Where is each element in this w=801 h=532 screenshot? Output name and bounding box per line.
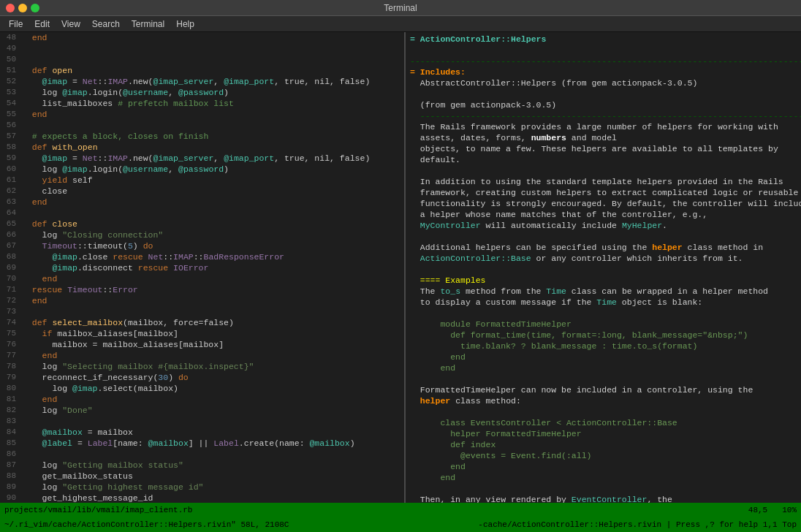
table-row: 58 def with_open <box>0 142 404 153</box>
table-row: 90 get_highest_message_id <box>0 493 404 503</box>
maximize-button[interactable] <box>31 4 39 12</box>
doc-status-right: -cache/ActionController::Helpers.rivin |… <box>400 520 797 529</box>
menu-file[interactable]: File <box>3 19 29 29</box>
table-row: 76 mailbox = mailbox_aliases[mailbox] <box>0 339 404 350</box>
doc-line <box>410 308 797 319</box>
doc-line <box>410 45 797 56</box>
doc-line: def index <box>410 439 797 450</box>
doc-line: to display a custom message if the Time … <box>410 297 797 308</box>
doc-line <box>410 88 797 99</box>
doc-line: framework, creating custom helpers to ex… <box>410 187 797 198</box>
table-row: 64 <box>0 208 404 218</box>
table-row: 66 log "Closing connection" <box>0 229 404 240</box>
table-row: 48 end <box>0 32 404 43</box>
table-row: 56 <box>0 120 404 131</box>
table-row: 79 reconnect_if_necessary(30) do <box>0 372 404 383</box>
doc-line <box>410 165 797 176</box>
table-row: 59 @imap = Net::IMAP.new(@imap_server, @… <box>0 153 404 164</box>
table-row: 69 @imap.disconnect rescue IOError <box>0 262 404 273</box>
main-area: 48 end 49 50 51 def open 52 @imap = Net:… <box>0 32 801 503</box>
vim-status-bar-right: ~/.ri_vim/cache/ActionController::Helper… <box>0 517 801 532</box>
doc-line <box>410 231 797 242</box>
doc-line: Additional helpers can be specified usin… <box>410 242 797 253</box>
doc-line: (from gem actionpack-3.0.5) <box>410 99 797 110</box>
doc-line: objects, to name a few. These helpers ar… <box>410 143 797 154</box>
doc-line: In addition to using the standard templa… <box>410 176 797 187</box>
doc-line: default. <box>410 154 797 165</box>
doc-line: MyController will automatically include … <box>410 220 797 231</box>
table-row: 61 yield self <box>0 175 404 186</box>
menubar: File Edit View Search Terminal Help <box>0 16 801 32</box>
doc-line: The to_s method from the Time class can … <box>410 286 797 297</box>
menu-edit[interactable]: Edit <box>29 19 56 29</box>
table-row: 83 <box>0 416 404 427</box>
table-row: 88 get_mailbox_status <box>0 471 404 482</box>
doc-line: class EventsController < ActionControlle… <box>410 417 797 428</box>
doc-line: def format_time(time, format=:long, blan… <box>410 330 797 341</box>
scroll-percent: 10% <box>782 506 797 514</box>
window-controls[interactable] <box>6 4 39 12</box>
doc-line: module FormattedTimeHelper <box>410 319 797 330</box>
doc-content: = ActionController::Helpers ------------… <box>406 32 801 503</box>
titlebar: Terminal <box>0 0 801 16</box>
doc-line: time.blank? ? blank_message : time.to_s(… <box>410 341 797 352</box>
minimize-button[interactable] <box>18 4 27 12</box>
file-path: projects/vmail/lib/vmail/imap_client.rb <box>4 506 734 514</box>
table-row: 53 log @imap.login(@username, @password) <box>0 87 404 98</box>
doc-line: AbstractController::Helpers (from gem ac… <box>410 77 797 88</box>
doc-line: ActionController::Base or any controller… <box>410 253 797 264</box>
table-row: 85 @label = Label[name: @mailbox] || Lab… <box>0 438 404 449</box>
vim-status-bar: projects/vmail/lib/vmail/imap_client.rb … <box>0 503 801 517</box>
table-row: 73 <box>0 306 404 317</box>
table-row: 51 def open <box>0 65 404 76</box>
table-row: 75 if mailbox_aliases[mailbox] <box>0 328 404 339</box>
table-row: 68 @imap.close rescue Net::IMAP::BadResp… <box>0 251 404 262</box>
doc-line <box>410 264 797 275</box>
doc-line: ==== Examples <box>410 275 797 286</box>
table-row: 71 rescue Timeout::Error <box>0 284 404 295</box>
table-row: 50 <box>0 54 404 65</box>
table-row: 65 def close <box>0 218 404 229</box>
table-row: 80 log @imap.select(mailbox) <box>0 383 404 394</box>
doc-line: ----------------------------------------… <box>410 56 797 66</box>
table-row: 89 log "Getting highest message id" <box>0 482 404 493</box>
doc-line: end <box>410 362 797 373</box>
menu-view[interactable]: View <box>56 19 86 29</box>
table-row: 87 log "Getting mailbox status" <box>0 460 404 471</box>
table-row: 82 log "Done" <box>0 405 404 416</box>
doc-line: = Includes: <box>410 66 797 77</box>
menu-search[interactable]: Search <box>86 19 126 29</box>
table-row: 84 @mailbox = mailbox <box>0 427 404 438</box>
window-title: Terminal <box>384 3 417 13</box>
table-row: 60 log @imap.login(@username, @password) <box>0 164 404 175</box>
code-lines: 48 end 49 50 51 def open 52 @imap = Net:… <box>0 32 404 503</box>
table-row: 72 end <box>0 295 404 306</box>
doc-line: end <box>410 352 797 362</box>
doc-line: end <box>410 461 797 472</box>
menu-terminal[interactable]: Terminal <box>126 19 170 29</box>
menu-help[interactable]: Help <box>170 19 200 29</box>
table-row: 62 close <box>0 186 404 197</box>
table-row: 63 end <box>0 197 404 208</box>
table-row: 55 end <box>0 109 404 120</box>
doc-line: ----------------------------------------… <box>410 110 797 121</box>
table-row: 54 list_mailboxes # prefetch mailbox lis… <box>0 98 404 109</box>
doc-line <box>410 373 797 384</box>
table-row: 77 end <box>0 350 404 361</box>
doc-line <box>410 483 797 494</box>
table-row: 70 end <box>0 273 404 284</box>
close-button[interactable] <box>6 4 15 12</box>
doc-line <box>410 406 797 417</box>
doc-line: helper FormattedTimeHelper <box>410 428 797 439</box>
doc-line: functionality is strongly encouraged. By… <box>410 198 797 209</box>
table-row: 86 <box>0 449 404 460</box>
doc-line: Then, in any view rendered by EventContr… <box>410 494 797 503</box>
doc-line: helper class method: <box>410 395 797 406</box>
table-row: 81 end <box>0 394 404 405</box>
doc-line: FormattedTimeHelper can now be included … <box>410 384 797 395</box>
doc-viewer[interactable]: = ActionController::Helpers ------------… <box>406 32 801 503</box>
doc-line: The Rails framework provides a large num… <box>410 121 797 132</box>
code-editor[interactable]: 48 end 49 50 51 def open 52 @imap = Net:… <box>0 32 406 503</box>
doc-line: end <box>410 472 797 483</box>
doc-line: @events = Event.find(:all) <box>410 450 797 461</box>
